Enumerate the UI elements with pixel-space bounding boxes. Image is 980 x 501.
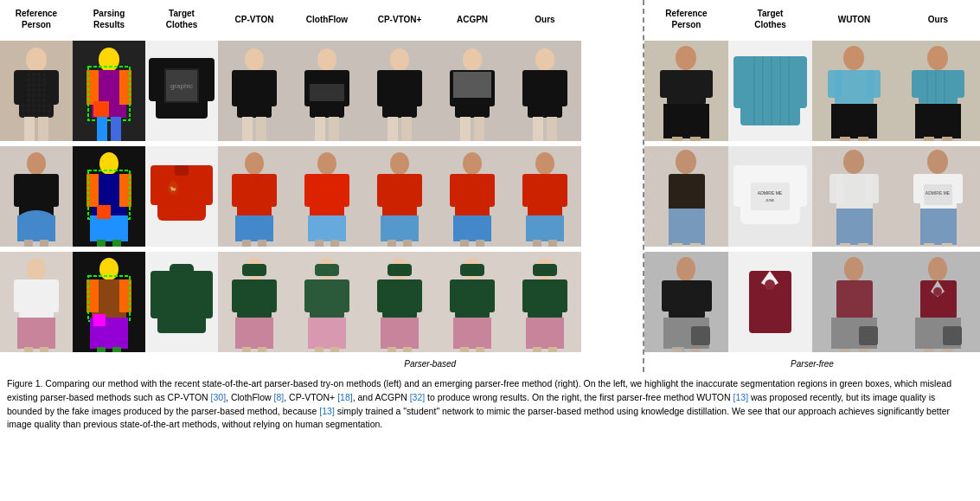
svg-point-113: [463, 152, 482, 175]
svg-rect-206: [733, 56, 747, 108]
svg-text:JUNE: JUNE: [765, 198, 775, 202]
right-row-3: [644, 249, 980, 355]
svg-rect-107: [377, 174, 389, 207]
svg-point-214: [843, 46, 864, 70]
svg-rect-45: [388, 117, 398, 141]
svg-rect-168: [330, 347, 339, 352]
svg-rect-6: [24, 117, 35, 141]
cp-vton-1: [218, 38, 291, 144]
svg-point-233: [676, 150, 696, 174]
svg-rect-267: [698, 280, 712, 312]
ours-2: [509, 144, 581, 249]
svg-rect-144: [97, 347, 106, 352]
cite-30: [30]: [211, 392, 227, 402]
right-target-1: [728, 38, 812, 144]
svg-rect-231: [942, 137, 952, 141]
svg-rect-174: [388, 264, 412, 276]
svg-point-105: [390, 152, 409, 175]
svg-rect-145: [112, 347, 121, 352]
svg-rect-52: [460, 117, 471, 141]
svg-rect-194: [533, 347, 541, 352]
svg-point-278: [844, 257, 863, 281]
svg-rect-292: [942, 349, 952, 352]
svg-rect-283: [858, 349, 868, 352]
parser-free-label: Parser-free: [728, 355, 896, 372]
svg-rect-216: [828, 70, 842, 98]
cite-18: [18]: [337, 392, 353, 402]
svg-rect-147: [157, 271, 206, 333]
svg-rect-31: [256, 117, 266, 141]
right-wuton-2: [812, 144, 896, 249]
svg-rect-149: [199, 271, 213, 318]
svg-rect-60: [533, 117, 543, 141]
parsing-2: [73, 144, 145, 249]
svg-point-288: [933, 287, 942, 296]
svg-rect-37: [315, 117, 325, 141]
svg-rect-251: [840, 243, 850, 247]
svg-rect-262: [942, 243, 952, 247]
left-header-row: ReferencePerson ParsingResults TargetClo…: [0, 0, 643, 38]
left-header-2: TargetClothes: [145, 8, 218, 30]
cpvton-plus-3: [363, 249, 436, 355]
svg-rect-183: [460, 264, 484, 276]
svg-rect-39: [310, 84, 344, 101]
right-ref-1: [644, 38, 728, 144]
svg-rect-101: [308, 215, 346, 241]
left-label-row: Parser-based: [0, 355, 643, 372]
svg-rect-219: [840, 137, 850, 141]
svg-rect-237: [690, 243, 701, 247]
svg-rect-166: [308, 318, 346, 349]
svg-rect-30: [242, 117, 253, 141]
svg-rect-119: [476, 240, 484, 247]
ours-1: [509, 38, 581, 144]
right-ref-3: [644, 249, 728, 355]
svg-rect-17: [93, 101, 109, 117]
svg-rect-234: [669, 174, 705, 210]
svg-rect-261: [924, 243, 934, 247]
svg-rect-207: [793, 56, 807, 108]
svg-rect-182: [483, 279, 495, 312]
svg-rect-191: [555, 279, 567, 312]
svg-point-285: [928, 257, 947, 281]
right-target-2: ADMIRE ME JUNE: [728, 144, 812, 249]
svg-rect-242: [751, 183, 790, 210]
svg-rect-93: [235, 215, 273, 241]
svg-rect-249: [865, 174, 879, 203]
svg-point-72: [99, 152, 118, 175]
svg-rect-5: [47, 70, 59, 105]
svg-rect-184: [453, 318, 491, 349]
svg-rect-279: [836, 280, 873, 318]
svg-text:ADMIRE ME: ADMIRE ME: [926, 190, 951, 196]
svg-rect-116: [483, 174, 495, 207]
svg-rect-103: [330, 240, 339, 247]
right-ours-2: ADMIRE ME: [896, 144, 980, 249]
left-header-6: ACGPN: [436, 15, 509, 24]
right-ours-1: [896, 38, 980, 144]
svg-rect-185: [460, 347, 469, 352]
svg-rect-80: [112, 240, 121, 247]
left-row-2: 🐎: [0, 144, 643, 249]
cp-vton-2: [218, 144, 291, 249]
svg-rect-115: [450, 174, 462, 207]
svg-rect-155: [265, 279, 277, 312]
svg-rect-229: [915, 104, 961, 138]
svg-rect-230: [924, 137, 934, 141]
svg-rect-111: [403, 240, 412, 247]
svg-rect-272: [690, 349, 701, 352]
svg-point-26: [245, 48, 264, 71]
svg-point-276: [765, 279, 775, 290]
svg-rect-7: [38, 117, 48, 141]
svg-rect-61: [547, 117, 557, 141]
main-container: ReferencePerson ParsingResults TargetClo…: [0, 0, 980, 435]
svg-rect-135: [40, 347, 48, 352]
svg-rect-108: [410, 174, 422, 207]
svg-rect-163: [304, 279, 317, 312]
svg-rect-250: [836, 209, 873, 245]
right-ref-2: [644, 144, 728, 249]
left-header-4: ClothFlow: [291, 15, 363, 24]
svg-rect-172: [377, 279, 389, 312]
svg-rect-20: [149, 58, 163, 101]
svg-rect-248: [829, 174, 843, 203]
svg-rect-266: [662, 280, 676, 312]
svg-rect-202: [672, 137, 682, 141]
